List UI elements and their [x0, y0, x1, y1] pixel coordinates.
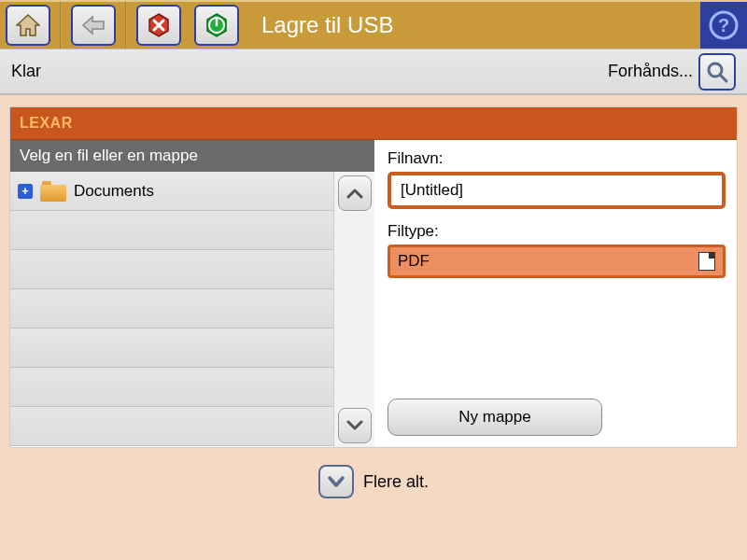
page-title: Lagre til USB [261, 12, 393, 38]
filename-input[interactable]: [Untitled] [388, 172, 726, 209]
spacer [388, 278, 726, 399]
file-row-empty [10, 368, 333, 407]
file-browser: Velg en fil eller en mappe + Documents [10, 140, 374, 447]
new-folder-label: Ny mappe [458, 408, 530, 427]
svg-marker-0 [17, 15, 39, 35]
back-arrow-icon [81, 15, 106, 35]
divider [60, 1, 62, 49]
file-row-empty [10, 250, 333, 289]
home-button[interactable] [6, 5, 50, 46]
more-options-button[interactable] [318, 465, 354, 498]
svg-text:?: ? [718, 15, 729, 35]
usb-panel: LEXAR Velg en fil eller en mappe + Docum… [9, 106, 738, 448]
main-area: LEXAR Velg en fil eller en mappe + Docum… [0, 95, 747, 455]
preview-button[interactable] [698, 53, 736, 91]
help-button[interactable]: ? [700, 2, 747, 49]
status-bar: Klar Forhånds... [0, 49, 747, 95]
filetype-label: Filtype: [388, 222, 726, 241]
file-row-empty [10, 407, 333, 446]
document-icon [698, 252, 715, 271]
folder-icon [40, 181, 66, 202]
status-text: Klar [11, 62, 608, 81]
scroll-down-button[interactable] [338, 408, 372, 443]
form-column: Filnavn: [Untitled] Filtype: PDF Ny mapp… [374, 140, 737, 447]
scroll-up-button[interactable] [338, 175, 372, 211]
filename-label: Filnavn: [388, 149, 726, 168]
home-icon [16, 14, 40, 36]
panel-body: Velg en fil eller en mappe + Documents [10, 140, 737, 447]
cancel-icon [146, 12, 172, 38]
file-row-empty [10, 289, 333, 329]
scroll-column [333, 172, 374, 447]
more-options-label: Flere alt. [363, 472, 429, 492]
start-icon [204, 12, 230, 38]
divider [125, 1, 127, 49]
device-label: LEXAR [10, 107, 737, 140]
magnify-icon [705, 60, 729, 84]
svg-line-11 [720, 75, 726, 81]
more-options-bar: Flere alt. [0, 455, 747, 508]
cancel-button[interactable] [136, 5, 181, 46]
expand-icon[interactable]: + [18, 184, 33, 199]
file-row-documents[interactable]: + Documents [10, 172, 333, 211]
svg-marker-1 [83, 17, 104, 34]
file-list: + Documents [10, 172, 333, 447]
file-list-area: + Documents [10, 172, 374, 447]
chevron-down-icon [346, 420, 363, 431]
new-folder-button[interactable]: Ny mappe [388, 399, 602, 436]
filename-value: [Untitled] [401, 181, 463, 199]
preview-label: Forhånds... [608, 62, 693, 81]
file-row-empty [10, 329, 333, 368]
title-bar: Lagre til USB ? [0, 0, 747, 49]
help-icon: ? [708, 9, 740, 41]
filetype-value: PDF [398, 252, 430, 271]
start-button[interactable] [194, 5, 239, 46]
file-row-empty [10, 211, 333, 250]
chevron-down-icon [327, 475, 345, 488]
filetype-select[interactable]: PDF [388, 245, 726, 278]
chevron-up-icon [346, 188, 363, 199]
file-name: Documents [74, 182, 154, 201]
file-browser-header: Velg en fil eller en mappe [10, 140, 374, 172]
back-button[interactable] [71, 5, 116, 46]
